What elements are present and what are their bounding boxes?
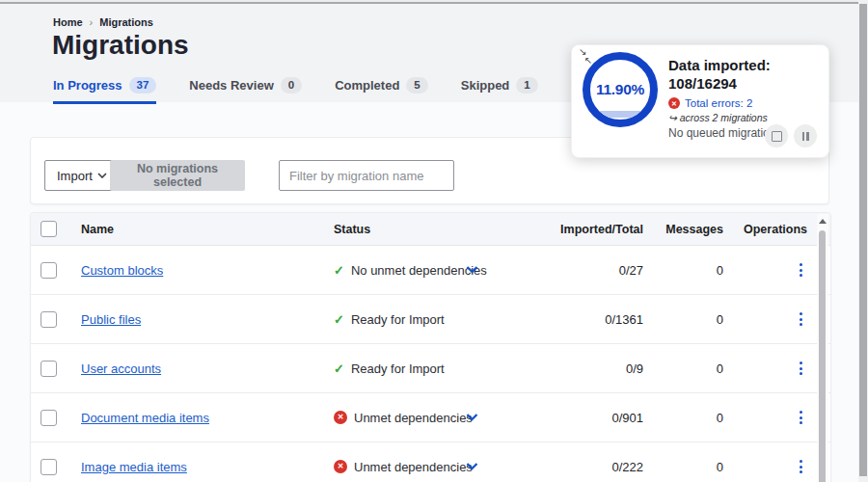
data-imported-label: Data imported: (668, 56, 821, 74)
imported-total-value: 0/222 (532, 460, 643, 474)
table-scrollbar[interactable] (817, 214, 828, 482)
total-errors-link[interactable]: Total errors: 2 (685, 97, 752, 109)
column-header-messages: Messages (643, 223, 723, 236)
check-icon: ✓ (334, 263, 344, 278)
tab-in-progress[interactable]: In Progress 37 (53, 77, 156, 104)
column-header-operations: Operations (723, 223, 819, 236)
across-migrations-text: across 2 migrations (680, 112, 768, 123)
migration-link[interactable]: Image media items (81, 460, 187, 474)
progress-percent: 11.90% (596, 81, 644, 98)
tab-label: Completed (335, 78, 399, 93)
chevron-down-icon[interactable] (466, 414, 478, 421)
tab-label: In Progress (53, 78, 122, 93)
chevron-down-icon (97, 173, 107, 178)
tab-skipped[interactable]: Skipped 1 (461, 77, 538, 104)
filter-migrations-input[interactable] (279, 160, 454, 191)
scroll-up-arrow-icon[interactable] (819, 219, 827, 224)
across-migrations-note: ↪ across 2 migrations (668, 112, 821, 123)
progress-summary-card: ↘ ↖ 11.90% Data imported: 108/16294 ✕ To… (571, 44, 829, 158)
total-errors-row: ✕ Total errors: 2 (668, 97, 821, 109)
migrations-page: Home › Migrations Migrations In Progress… (0, 0, 868, 482)
tab-label: Skipped (461, 78, 510, 93)
page-scrollbar-thumb[interactable] (859, 4, 867, 476)
table-row: User accounts ✓ Ready for Import 0/9 0 (31, 344, 830, 393)
breadcrumb: Home › Migrations (53, 16, 153, 28)
tab-count-badge: 1 (516, 77, 537, 94)
table-row: Public files ✓ Ready for Import 0/1361 0 (31, 295, 830, 344)
operations-kebab-icon[interactable] (797, 309, 805, 329)
error-icon: ✕ (334, 460, 347, 473)
check-icon: ✓ (334, 362, 344, 376)
tab-bar: In Progress 37 Needs Review 0 Completed … (53, 77, 646, 104)
tab-count-badge: 5 (406, 77, 427, 94)
migration-link[interactable]: Public files (81, 312, 141, 327)
page-scrollbar[interactable] (858, 0, 868, 482)
migration-link[interactable]: Custom blocks (81, 263, 163, 278)
row-checkbox[interactable] (41, 410, 57, 426)
operations-kebab-icon[interactable] (797, 408, 805, 427)
error-icon: ✕ (668, 97, 680, 109)
row-checkbox[interactable] (41, 262, 57, 279)
messages-count: 0 (643, 411, 723, 425)
pause-button[interactable] (794, 124, 817, 147)
imported-total-value: 0/901 (532, 411, 643, 425)
chevron-down-icon[interactable] (466, 266, 478, 274)
imported-total-value: 0/27 (532, 263, 643, 278)
status-text: Unmet dependencies (354, 411, 473, 425)
row-checkbox[interactable] (41, 361, 57, 377)
table-row: Image media items ✕ Unmet dependencies 0… (31, 442, 830, 482)
breadcrumb-separator: › (90, 16, 94, 28)
messages-count: 0 (643, 362, 723, 376)
column-header-name: Name (81, 223, 334, 236)
status-text: Ready for Import (351, 312, 445, 327)
column-header-imported: Imported/Total (532, 223, 643, 236)
tab-count-badge: 0 (281, 77, 302, 94)
table-scrollbar-thumb[interactable] (819, 230, 826, 482)
column-header-status: Status (334, 223, 532, 236)
table-row: Document media items ✕ Unmet dependencie… (31, 393, 830, 442)
no-migrations-selected-button[interactable]: No migrations selected (110, 160, 245, 191)
error-icon: ✕ (334, 411, 347, 424)
breadcrumb-current: Migrations (99, 16, 153, 28)
operations-kebab-icon[interactable] (797, 260, 805, 280)
stop-button[interactable] (765, 124, 788, 147)
migrations-table: Name Status Imported/Total Messages Oper… (30, 212, 831, 482)
messages-count: 0 (643, 460, 723, 474)
import-button-label: Import (57, 169, 93, 183)
select-all-checkbox[interactable] (41, 221, 57, 237)
imported-total-value: 0/9 (532, 362, 643, 376)
check-icon: ✓ (334, 312, 344, 327)
operations-kebab-icon[interactable] (797, 359, 805, 378)
migration-link[interactable]: User accounts (81, 362, 161, 376)
table-row: Custom blocks ✓ No unmet dependencies 0/… (31, 246, 830, 295)
chevron-down-icon[interactable] (466, 463, 478, 470)
messages-count: 0 (643, 263, 723, 278)
page-title: Migrations (52, 30, 189, 61)
progress-controls (765, 124, 817, 147)
row-checkbox[interactable] (41, 459, 57, 475)
hook-arrow-icon: ↪ (668, 112, 677, 123)
import-dropdown-button[interactable]: Import (44, 160, 118, 191)
table-header-row: Name Status Imported/Total Messages Oper… (31, 213, 830, 246)
tab-completed[interactable]: Completed 5 (335, 77, 428, 104)
operations-kebab-icon[interactable] (797, 457, 805, 476)
migration-link[interactable]: Document media items (81, 411, 209, 425)
data-imported-value: 108/16294 (668, 74, 821, 93)
pause-icon (802, 132, 809, 141)
row-checkbox[interactable] (41, 311, 57, 328)
stop-icon (772, 131, 782, 142)
tab-count-badge: 37 (129, 77, 157, 94)
messages-count: 0 (643, 312, 723, 327)
imported-total-value: 0/1361 (532, 312, 643, 327)
status-text: Unmet dependencies (354, 460, 473, 474)
status-text: Ready for Import (351, 362, 445, 376)
tab-label: Needs Review (189, 78, 273, 93)
breadcrumb-home-link[interactable]: Home (53, 16, 83, 28)
progress-ring: 11.90% (583, 52, 658, 127)
tab-needs-review[interactable]: Needs Review 0 (189, 77, 302, 104)
